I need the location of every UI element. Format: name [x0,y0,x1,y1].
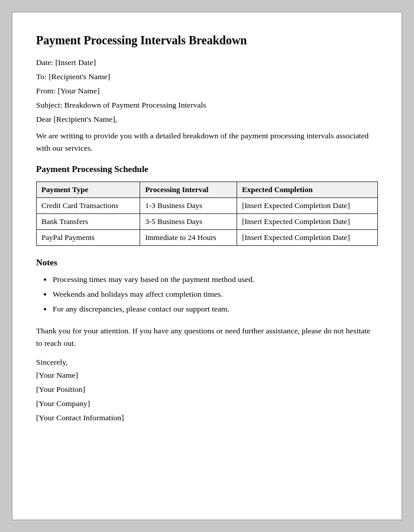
to-line: To: [Recipient's Name] [36,72,378,82]
signature-name: [Your Name] [36,371,378,380]
table-cell: Credit Card Transactions [37,197,140,213]
table-cell: PayPal Payments [37,229,140,245]
signature-contact: [Your Contact Information] [36,413,378,423]
table-cell: [Insert Expected Completion Date] [237,197,378,213]
page-title: Payment Processing Intervals Breakdown [36,34,378,47]
table-cell: Bank Transfers [37,213,140,229]
table-row: Credit Card Transactions1-3 Business Day… [37,197,378,213]
table-cell: [Insert Expected Completion Date] [237,213,378,229]
from-line: From: [Your Name] [36,86,378,96]
notes-heading: Notes [36,258,378,268]
notes-list-item: Weekends and holidays may affect complet… [53,288,378,300]
signature-position: [Your Position] [36,385,378,394]
col-header-payment-type: Payment Type [37,181,140,197]
signature-company: [Your Company] [36,399,378,408]
page-container: Payment Processing Intervals Breakdown D… [12,12,402,520]
notes-list: Processing times may vary based on the p… [53,274,378,316]
dear-line: Dear [Recipient's Name], [36,115,378,124]
subject-line: Subject: Breakdown of Payment Processing… [36,100,378,110]
intro-paragraph: We are writing to provide you with a det… [36,130,378,155]
closing-paragraph: Thank you for your attention. If you hav… [36,325,378,350]
table-cell: Immediate to 24 Hours [140,229,237,245]
table-cell: 3-5 Business Days [140,213,237,229]
col-header-expected-completion: Expected Completion [237,181,378,197]
table-row: PayPal PaymentsImmediate to 24 Hours[Ins… [37,229,378,245]
date-line: Date: [Insert Date] [36,58,378,67]
col-header-processing-interval: Processing Interval [140,181,237,197]
sign-off: Sincerely, [36,358,378,367]
table-cell: [Insert Expected Completion Date] [237,229,378,245]
table-row: Bank Transfers3-5 Business Days[Insert E… [37,213,378,229]
table-cell: 1-3 Business Days [140,197,237,213]
notes-list-item: For any discrepancies, please contact ou… [53,303,378,315]
table-header-row: Payment Type Processing Interval Expecte… [37,181,378,197]
notes-list-item: Processing times may vary based on the p… [53,274,378,286]
schedule-heading: Payment Processing Schedule [36,164,378,174]
payment-table: Payment Type Processing Interval Expecte… [36,181,378,246]
